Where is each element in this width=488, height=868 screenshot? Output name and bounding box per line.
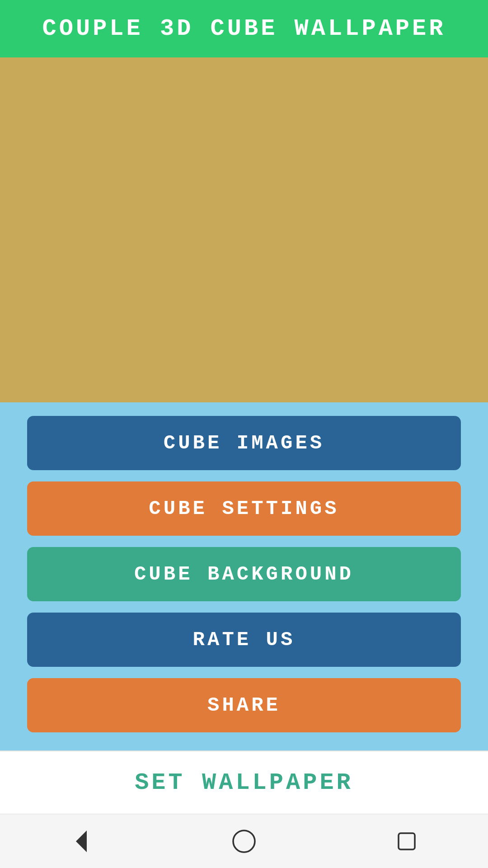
rate-us-button[interactable]: RATE US <box>27 613 461 667</box>
app-title: COUPLE 3D CUBE WALLPAPER <box>42 15 446 42</box>
wallpaper-preview <box>0 57 488 402</box>
svg-point-1 <box>233 830 255 852</box>
navigation-bar <box>0 814 488 868</box>
app-header: COUPLE 3D CUBE WALLPAPER <box>0 0 488 57</box>
cube-settings-button[interactable]: CUBE SETTINGS <box>27 481 461 536</box>
home-button[interactable] <box>228 826 260 857</box>
set-wallpaper-label: SET WALLPAPER <box>135 769 353 796</box>
svg-marker-0 <box>76 830 87 852</box>
recents-button[interactable] <box>391 826 422 857</box>
set-wallpaper-bar[interactable]: SET WALLPAPER <box>0 750 488 814</box>
svg-rect-2 <box>399 833 415 849</box>
cube-background-button[interactable]: CUBE BACKGROUND <box>27 547 461 601</box>
action-panel: CUBE IMAGES CUBE SETTINGS CUBE BACKGROUN… <box>0 402 488 750</box>
share-button[interactable]: SHARE <box>27 678 461 732</box>
cube-images-button[interactable]: CUBE IMAGES <box>27 416 461 470</box>
back-button[interactable] <box>66 826 97 857</box>
